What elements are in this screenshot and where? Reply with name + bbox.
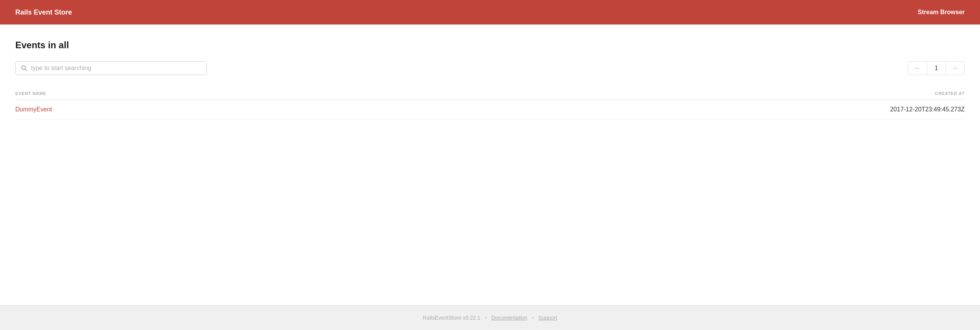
footer: RailsEventStore v0.22.1 • Documentation … bbox=[0, 305, 980, 330]
app-header: Rails Event Store Stream Browser bbox=[0, 0, 980, 25]
pagination-current-page: 1 bbox=[927, 62, 946, 75]
footer-dot-1: • bbox=[485, 315, 487, 321]
svg-line-1 bbox=[25, 69, 27, 71]
footer-dot-2: • bbox=[532, 315, 534, 321]
footer-documentation-link[interactable]: Documentation bbox=[491, 315, 527, 321]
footer-version: RailsEventStore v0.22.1 bbox=[423, 315, 480, 321]
pagination-prev-button[interactable]: ← bbox=[908, 62, 927, 74]
main-content: Events in all ← 1 → EVENT NAME CREATED A… bbox=[0, 25, 980, 305]
table-header-row: EVENT NAME CREATED AT bbox=[15, 87, 965, 100]
event-name-cell: DummyEvent bbox=[15, 100, 329, 119]
col-header-event-name: EVENT NAME bbox=[15, 87, 329, 100]
app-title: Rails Event Store bbox=[15, 8, 72, 16]
search-icon bbox=[21, 65, 27, 71]
search-pagination-row: ← 1 → bbox=[15, 61, 965, 75]
event-created-at-cell: 2017-12-20T23:49:45.273Z bbox=[329, 100, 965, 119]
col-header-created-at: CREATED AT bbox=[329, 87, 965, 100]
table-row: DummyEvent2017-12-20T23:49:45.273Z bbox=[15, 100, 965, 119]
search-input[interactable] bbox=[31, 65, 201, 72]
event-name-link[interactable]: DummyEvent bbox=[15, 106, 52, 113]
pagination: ← 1 → bbox=[908, 61, 965, 75]
stream-browser-link[interactable]: Stream Browser bbox=[918, 9, 965, 16]
search-box bbox=[15, 61, 207, 75]
footer-support-link[interactable]: Support bbox=[538, 315, 557, 321]
pagination-next-button[interactable]: → bbox=[946, 62, 964, 74]
page-title: Events in all bbox=[15, 40, 965, 51]
events-table: EVENT NAME CREATED AT DummyEvent2017-12-… bbox=[15, 87, 965, 119]
